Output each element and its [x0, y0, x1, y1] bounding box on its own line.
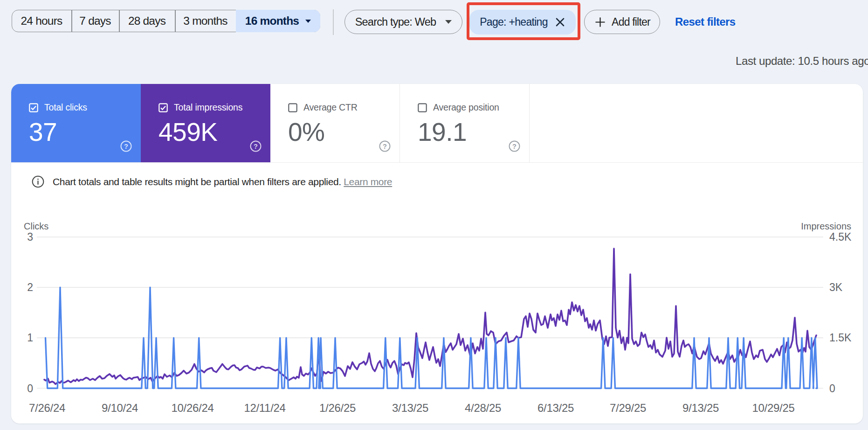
svg-text:Impressions: Impressions — [801, 221, 851, 231]
svg-text:7/26/24: 7/26/24 — [29, 402, 65, 414]
svg-text:2: 2 — [27, 281, 33, 293]
svg-text:?: ? — [124, 143, 128, 150]
svg-text:?: ? — [383, 143, 387, 150]
svg-text:3/13/25: 3/13/25 — [392, 402, 428, 414]
svg-text:Clicks: Clicks — [24, 221, 48, 231]
svg-text:?: ? — [512, 143, 517, 150]
svg-text:9/10/24: 9/10/24 — [102, 402, 138, 414]
svg-text:7/29/25: 7/29/25 — [610, 402, 646, 414]
svg-text:0: 0 — [27, 382, 33, 395]
svg-text:1/26/25: 1/26/25 — [319, 402, 356, 414]
svg-text:4/28/25: 4/28/25 — [465, 402, 501, 414]
svg-text:9/13/25: 9/13/25 — [682, 402, 719, 414]
svg-text:3K: 3K — [829, 281, 843, 293]
svg-text:?: ? — [254, 143, 258, 150]
svg-text:10/26/24: 10/26/24 — [171, 402, 214, 414]
svg-text:10/29/25: 10/29/25 — [752, 402, 794, 414]
svg-text:3: 3 — [27, 231, 33, 243]
svg-text:0: 0 — [829, 382, 835, 395]
svg-text:4.5K: 4.5K — [829, 231, 852, 243]
svg-text:1: 1 — [27, 332, 33, 344]
svg-text:1.5K: 1.5K — [829, 332, 852, 344]
svg-text:6/13/25: 6/13/25 — [537, 402, 574, 414]
svg-text:12/11/24: 12/11/24 — [244, 402, 285, 414]
